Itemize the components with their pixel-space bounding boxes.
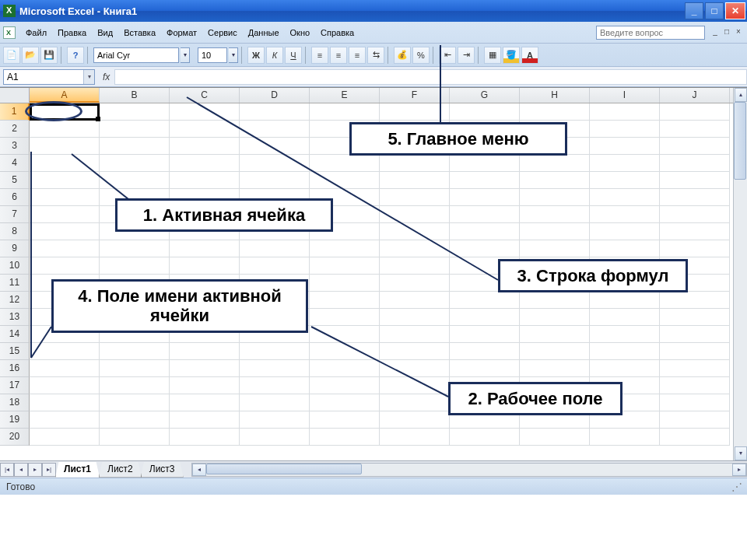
- cell-C1[interactable]: [170, 103, 240, 121]
- cell-B17[interactable]: [100, 377, 170, 394]
- cell-A17[interactable]: [30, 377, 100, 394]
- cell-D16[interactable]: [240, 360, 310, 377]
- cell-A5[interactable]: [30, 172, 100, 189]
- vscroll-track[interactable]: [734, 102, 747, 446]
- cell-F20[interactable]: [380, 429, 450, 446]
- increase-indent-button[interactable]: ⇥: [458, 47, 475, 64]
- tab-last-button[interactable]: ▸|: [42, 463, 56, 477]
- horizontal-scrollbar[interactable]: ◂ ▸: [191, 463, 747, 477]
- cell-B16[interactable]: [100, 360, 170, 377]
- row-header-20[interactable]: 20: [0, 429, 30, 446]
- cell-I12[interactable]: [590, 292, 660, 309]
- cell-H16[interactable]: [520, 360, 590, 377]
- cell-A19[interactable]: [30, 411, 100, 429]
- save-button[interactable]: 💾: [40, 47, 58, 64]
- name-box[interactable]: A1 ▾: [3, 69, 95, 85]
- cell-C16[interactable]: [170, 360, 240, 377]
- scroll-down-button[interactable]: ▾: [735, 446, 747, 460]
- cell-G1[interactable]: [450, 103, 520, 121]
- cell-C4[interactable]: [170, 155, 240, 172]
- cell-F9[interactable]: [380, 240, 450, 257]
- row-header-13[interactable]: 13: [0, 309, 30, 326]
- cell-J18[interactable]: [660, 394, 730, 411]
- cell-J9[interactable]: [660, 240, 730, 257]
- row-header-16[interactable]: 16: [0, 360, 30, 377]
- menu-insert[interactable]: Вставка: [118, 26, 161, 40]
- cell-H5[interactable]: [520, 172, 590, 189]
- italic-button[interactable]: К: [266, 47, 283, 64]
- cell-B10[interactable]: [100, 257, 170, 275]
- sheet-tab-3[interactable]: Лист3: [141, 462, 184, 478]
- cell-G5[interactable]: [450, 172, 520, 189]
- cell-A6[interactable]: [30, 189, 100, 206]
- cell-J14[interactable]: [660, 326, 730, 343]
- mdi-close[interactable]: ×: [733, 27, 744, 37]
- cell-I15[interactable]: [590, 343, 660, 360]
- cell-G4[interactable]: [450, 155, 520, 172]
- cell-J13[interactable]: [660, 309, 730, 326]
- cell-H13[interactable]: [520, 309, 590, 326]
- percent-button[interactable]: %: [412, 47, 430, 64]
- cell-H1[interactable]: [520, 103, 590, 121]
- cell-D20[interactable]: [240, 429, 310, 446]
- cell-C19[interactable]: [170, 411, 240, 429]
- fx-label[interactable]: fx: [103, 72, 110, 82]
- cell-F7[interactable]: [380, 206, 450, 223]
- cell-F14[interactable]: [380, 326, 450, 343]
- cell-C9[interactable]: [170, 240, 240, 257]
- help-search-input[interactable]: [596, 26, 705, 40]
- formula-input[interactable]: [114, 69, 747, 85]
- font-name-selector[interactable]: Arial Cyr: [93, 47, 179, 63]
- cell-F18[interactable]: [380, 394, 450, 411]
- cell-I2[interactable]: [590, 121, 660, 138]
- cell-E16[interactable]: [310, 360, 380, 377]
- cell-J5[interactable]: [660, 172, 730, 189]
- row-header-9[interactable]: 9: [0, 240, 30, 257]
- column-header-A[interactable]: A: [30, 88, 100, 103]
- cell-G7[interactable]: [450, 206, 520, 223]
- cell-A9[interactable]: [30, 240, 100, 257]
- cell-G15[interactable]: [450, 343, 520, 360]
- cell-H20[interactable]: [520, 429, 590, 446]
- cell-G8[interactable]: [450, 223, 520, 240]
- sheet-tab-1[interactable]: Лист1: [55, 462, 100, 478]
- align-left-button[interactable]: ≡: [311, 47, 328, 64]
- row-header-12[interactable]: 12: [0, 292, 30, 309]
- close-button[interactable]: ✕: [725, 2, 745, 19]
- cell-J12[interactable]: [660, 292, 730, 309]
- row-header-8[interactable]: 8: [0, 223, 30, 240]
- vertical-scrollbar[interactable]: ▴ ▾: [733, 88, 747, 460]
- cell-C17[interactable]: [170, 377, 240, 394]
- cell-A18[interactable]: [30, 394, 100, 411]
- row-header-10[interactable]: 10: [0, 257, 30, 275]
- cell-G6[interactable]: [450, 189, 520, 206]
- cell-B19[interactable]: [100, 411, 170, 429]
- cell-A10[interactable]: [30, 257, 100, 275]
- tab-prev-button[interactable]: ◂: [14, 463, 28, 477]
- cell-A16[interactable]: [30, 360, 100, 377]
- cell-D1[interactable]: [240, 103, 310, 121]
- menu-format[interactable]: Формат: [161, 26, 202, 40]
- cell-J20[interactable]: [660, 429, 730, 446]
- cell-H8[interactable]: [520, 223, 590, 240]
- cell-H4[interactable]: [520, 155, 590, 172]
- cell-D17[interactable]: [240, 377, 310, 394]
- cell-J16[interactable]: [660, 360, 730, 377]
- row-header-3[interactable]: 3: [0, 138, 30, 155]
- cell-I6[interactable]: [590, 189, 660, 206]
- scroll-up-button[interactable]: ▴: [735, 88, 747, 102]
- cell-I7[interactable]: [590, 206, 660, 223]
- help-button[interactable]: ?: [67, 47, 84, 64]
- cell-F8[interactable]: [380, 223, 450, 240]
- cell-G14[interactable]: [450, 326, 520, 343]
- menu-edit[interactable]: Правка: [52, 26, 92, 40]
- cell-I14[interactable]: [590, 326, 660, 343]
- cell-A1[interactable]: [30, 103, 100, 121]
- cell-J19[interactable]: [660, 411, 730, 429]
- font-color-button[interactable]: A: [521, 47, 538, 64]
- maximize-button[interactable]: □: [705, 2, 724, 19]
- cell-A4[interactable]: [30, 155, 100, 172]
- cell-B2[interactable]: [100, 121, 170, 138]
- row-header-1[interactable]: 1: [0, 103, 30, 121]
- row-header-7[interactable]: 7: [0, 206, 30, 223]
